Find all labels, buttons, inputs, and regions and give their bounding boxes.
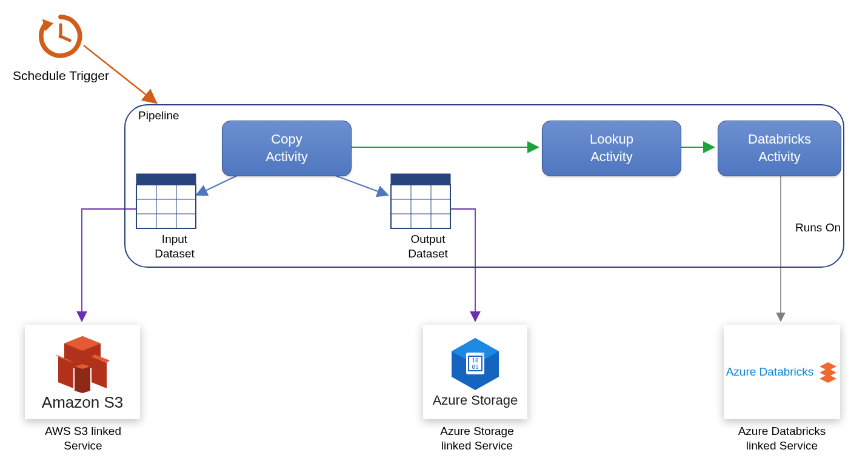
pipeline-label: Pipeline <box>138 109 179 122</box>
input-dataset-icon <box>136 173 196 229</box>
svg-marker-28 <box>75 366 90 393</box>
output-dataset-label: Output Dataset <box>401 232 455 261</box>
copy-activity: Copy Activity <box>222 121 352 176</box>
aws-s3-service-label: AWS S3 linked Service <box>32 424 135 453</box>
svg-text:01: 01 <box>472 364 479 370</box>
svg-rect-11 <box>136 185 196 228</box>
azure-storage-service-label: Azure Storage linked Service <box>432 424 522 453</box>
lookup-activity-text: Lookup Activity <box>590 131 633 165</box>
databricks-activity-text: Databricks Activity <box>748 131 811 165</box>
azure-storage-text: Azure Storage <box>433 393 518 408</box>
azure-storage-card: 10 01 Azure Storage <box>423 325 527 419</box>
svg-text:10: 10 <box>472 357 479 363</box>
svg-rect-16 <box>391 174 450 185</box>
copy-activity-text: Copy Activity <box>265 131 308 165</box>
input-dataset-label: Input Dataset <box>147 232 202 261</box>
lookup-activity: Lookup Activity <box>542 121 681 176</box>
schedule-trigger-label: Schedule Trigger <box>11 68 111 84</box>
output-dataset-icon <box>390 173 451 229</box>
databricks-icon <box>818 361 838 383</box>
runs-on-label: Runs On <box>795 221 841 235</box>
schedule-trigger-icon <box>35 11 86 62</box>
svg-rect-17 <box>391 185 450 228</box>
svg-marker-39 <box>820 374 836 383</box>
amazon-s3-card: Amazon S3 <box>25 325 140 419</box>
amazon-s3-icon <box>49 333 116 393</box>
svg-rect-10 <box>136 174 196 185</box>
azure-databricks-service-label: Azure Databricks linked Service <box>724 424 840 453</box>
azure-storage-icon: 10 01 <box>449 336 501 393</box>
diagram-canvas: Schedule Trigger Pipeline Copy Activity … <box>0 0 868 461</box>
svg-line-3 <box>61 36 70 41</box>
azure-databricks-text: Azure Databricks <box>726 365 814 379</box>
amazon-s3-text: Amazon S3 <box>42 393 123 412</box>
azure-databricks-card: Azure Databricks <box>724 325 840 419</box>
databricks-activity: Databricks Activity <box>718 121 841 176</box>
